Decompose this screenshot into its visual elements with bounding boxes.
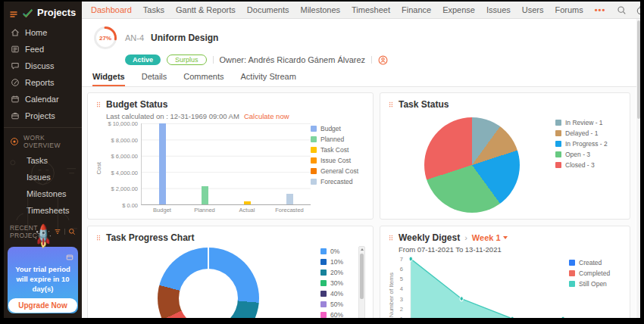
weekly-legend-item: Created (569, 259, 622, 266)
widget-header: Task Status (388, 99, 622, 110)
tab-widgets[interactable]: Widgets (92, 72, 125, 86)
y-tick-label: 3 (400, 295, 403, 302)
nav-users[interactable]: Users (522, 5, 544, 14)
y-tick-label: $ 2,000.00 (111, 185, 138, 192)
calculate-now-link[interactable]: Calculate now (244, 112, 289, 120)
week-selector[interactable]: Week 1 (472, 233, 508, 242)
widget-title: Budget Status (106, 99, 167, 110)
project-title: Uniform Design (151, 33, 218, 43)
task-status-legend-item: In Progress - 2 (555, 140, 622, 148)
widget-title: Weekly Digest (399, 232, 460, 243)
legend-swatch (555, 162, 561, 168)
progress-value: 27% (92, 25, 118, 51)
popup-minimize-icon[interactable] (66, 251, 73, 258)
nav-finance[interactable]: Finance (402, 5, 431, 14)
nav-gantt-reports[interactable]: Gantt & Reports (176, 5, 236, 14)
date-range-label: From 07-11-2021 To 13-11-2021 (399, 245, 622, 254)
drag-handle-icon[interactable] (95, 233, 102, 242)
y-tick-label: $ 4,000.00 (111, 169, 138, 176)
legend-swatch (555, 120, 561, 126)
sidebar-item-reports[interactable]: Reports (4, 74, 82, 91)
y-tick-label: 2 (400, 305, 403, 312)
budget-subtitle: Last calculated on : 12-31-1969 09:00 AM… (106, 112, 365, 120)
tab-details[interactable]: Details (142, 72, 167, 86)
upgrade-now-button[interactable]: Upgrade Now (8, 298, 77, 313)
nav-timesheet[interactable]: Timesheet (352, 5, 390, 14)
sidebar-item-home[interactable]: Home (4, 24, 82, 41)
project-title-row: 27% AN-4 Uniform Design (92, 25, 640, 51)
sidebar-item-label: Reports (25, 78, 55, 87)
task-status-legend-item: Closed - 3 (555, 161, 622, 169)
nav-milestones[interactable]: Milestones (300, 5, 340, 14)
page-scrollbar-thumb[interactable] (637, 20, 640, 119)
sidebar-item-calendar[interactable]: Calendar (4, 91, 82, 107)
trial-message: Your trial period will expire in 10 day(… (8, 265, 78, 294)
drag-handle-icon[interactable] (95, 100, 102, 109)
tab-comments[interactable]: Comments (183, 72, 224, 86)
search-icon[interactable] (617, 5, 627, 15)
donut-hole (179, 269, 238, 318)
task-status-legend: In Review - 1Delayed - 1In Progress - 2O… (555, 116, 622, 172)
screen-frame: Projects HomeFeedDiscussReportsCalendarP… (0, 0, 644, 324)
nav-tasks[interactable]: Tasks (143, 5, 164, 14)
budget-legend-item: Issue Cost (311, 157, 365, 164)
divider (213, 56, 214, 64)
nav-expense[interactable]: Expense (442, 5, 475, 14)
drag-handle-icon[interactable] (388, 233, 394, 242)
x-tick-label: Actual (226, 207, 268, 213)
sidebar-item-discuss[interactable]: Discuss (4, 58, 82, 74)
legend-swatch (311, 136, 317, 142)
y-tick-label: $ 8,000.00 (111, 136, 138, 143)
legend-label: In Progress - 2 (565, 140, 608, 148)
task-status-legend-item: Open - 3 (555, 151, 622, 158)
weekly-y-axis-title: Number of Items (388, 273, 395, 317)
legend-scrollbar[interactable] (358, 246, 365, 318)
page-scrollbar[interactable] (636, 19, 640, 318)
widget-header: Weekly Digest › Week 1 (388, 232, 622, 243)
scroll-up-arrow-icon[interactable] (361, 248, 364, 251)
nav-documents[interactable]: Documents (247, 5, 289, 14)
legend-swatch (555, 141, 561, 147)
legend-label: Forecasted (320, 178, 353, 185)
legend-label: Issue Cost (320, 157, 351, 164)
caret-down-icon (503, 236, 508, 239)
timer-icon[interactable] (636, 5, 640, 15)
drag-handle-icon[interactable] (388, 100, 394, 109)
nav-dashboard[interactable]: Dashboard (91, 5, 132, 14)
status-badge[interactable]: Active (125, 55, 161, 65)
legend-label: Budget (320, 125, 341, 132)
task-progress-legend-item: 50% (320, 301, 355, 308)
task-progress-legend-item: 60% (320, 311, 355, 318)
tab-activity-stream[interactable]: Activity Stream (241, 72, 296, 86)
sidebar-item-feed[interactable]: Feed (4, 41, 82, 58)
hamburger-menu-icon[interactable] (9, 8, 18, 17)
budget-legend: BudgetPlannedTask CostIssue CostGeneral … (311, 123, 365, 213)
bar-planned (202, 186, 208, 204)
legend-swatch (320, 259, 327, 265)
reports-icon (11, 78, 20, 87)
target-icon (10, 137, 19, 146)
legend-swatch (320, 312, 327, 318)
legend-label: 20% (330, 269, 343, 276)
project-tabs: WidgetsDetailsCommentsActivity Stream (82, 65, 640, 87)
legend-label: General Cost (320, 167, 358, 175)
y-tick-label: 6 (400, 266, 403, 273)
weekly-digest-chart: Number of Items 7654321 CreatedCompleted… (388, 256, 622, 318)
legend-label: 50% (330, 301, 343, 308)
sidebar-item-projects[interactable]: Projects (4, 107, 82, 124)
task-status-chart: In Review - 1Delayed - 1In Progress - 2O… (388, 116, 622, 213)
legend-swatch (569, 281, 575, 287)
task-status-pie (424, 117, 520, 213)
owner-user-icon[interactable] (378, 55, 388, 65)
widget-header: Budget Status (95, 99, 365, 110)
owner-label: Owner: Andrés Ricardo Gánem Álvarez (220, 55, 366, 64)
widget-weekly-digest: Weekly Digest › Week 1 From 07-11-2021 T… (380, 226, 630, 318)
nav-forums[interactable]: Forums (555, 5, 583, 14)
nav-issues[interactable]: Issues (486, 5, 511, 14)
scrollbar-thumb[interactable] (360, 254, 364, 299)
widget-header: Task Progress Chart (95, 232, 365, 243)
x-tick-label: Planned (183, 207, 226, 213)
legend-label: Closed - 3 (565, 161, 595, 169)
nav-more[interactable]: ••• (595, 5, 606, 14)
legend-label: In Review - 1 (565, 119, 603, 126)
